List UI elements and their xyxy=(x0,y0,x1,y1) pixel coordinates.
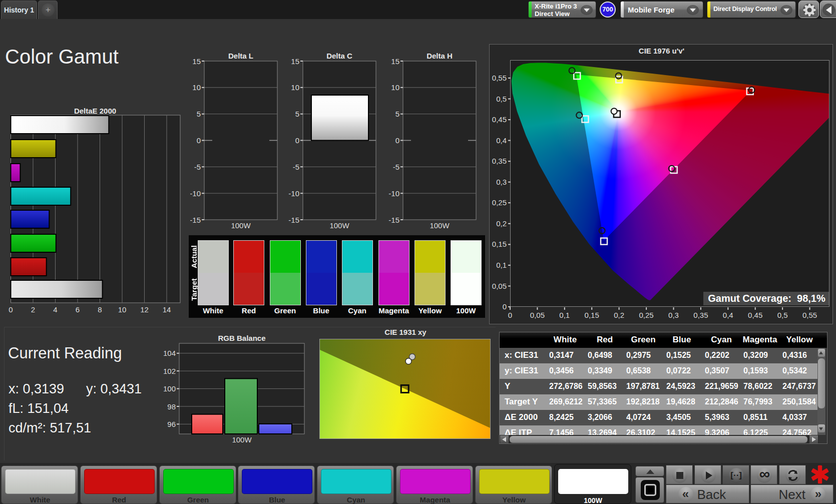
svg-text:0: 0 xyxy=(508,311,512,319)
svg-text:4: 4 xyxy=(53,305,57,314)
svg-text:-5: -5 xyxy=(293,163,299,171)
svg-text:0,15: 0,15 xyxy=(585,311,599,319)
svg-text:0,3: 0,3 xyxy=(668,311,679,319)
svg-text:0,15: 0,15 xyxy=(492,240,507,248)
svg-text:100W: 100W xyxy=(329,221,349,230)
svg-text:0,2: 0,2 xyxy=(614,311,624,319)
svg-text:0: 0 xyxy=(197,136,201,145)
svg-text:10: 10 xyxy=(192,83,201,92)
svg-text:6: 6 xyxy=(76,305,80,314)
svg-text:-5: -5 xyxy=(194,163,201,171)
svg-text:100: 100 xyxy=(163,384,176,393)
svg-text:14: 14 xyxy=(163,305,171,314)
svg-text:0,4: 0,4 xyxy=(496,136,507,145)
svg-text:10: 10 xyxy=(391,83,399,92)
svg-text:5: 5 xyxy=(197,110,201,118)
svg-text:96: 96 xyxy=(167,420,176,428)
svg-text:98: 98 xyxy=(167,402,176,411)
svg-text:-5: -5 xyxy=(393,163,399,171)
svg-text:15: 15 xyxy=(391,57,399,66)
svg-text:5: 5 xyxy=(295,110,299,118)
svg-text:15: 15 xyxy=(291,57,299,66)
svg-text:0: 0 xyxy=(295,136,299,145)
svg-text:0,35: 0,35 xyxy=(693,311,708,319)
svg-text:100W: 100W xyxy=(430,221,450,230)
svg-text:0: 0 xyxy=(503,302,507,311)
svg-text:0,1: 0,1 xyxy=(496,261,507,269)
svg-text:0,3: 0,3 xyxy=(496,178,507,186)
svg-text:-10: -10 xyxy=(190,189,201,198)
svg-text:102: 102 xyxy=(163,367,176,375)
svg-text:100W: 100W xyxy=(232,435,252,444)
svg-text:0,45: 0,45 xyxy=(492,115,507,124)
svg-text:0,45: 0,45 xyxy=(748,311,762,319)
svg-text:0,25: 0,25 xyxy=(639,311,653,319)
svg-text:0,55: 0,55 xyxy=(492,74,507,82)
svg-text:100W: 100W xyxy=(231,221,251,230)
svg-text:0,05: 0,05 xyxy=(530,311,545,319)
svg-text:0,1: 0,1 xyxy=(559,311,570,319)
svg-text:10: 10 xyxy=(118,305,127,314)
svg-text:10: 10 xyxy=(291,83,299,92)
svg-text:Delta C: Delta C xyxy=(326,52,352,60)
svg-text:0,5: 0,5 xyxy=(496,95,507,103)
svg-text:Delta L: Delta L xyxy=(228,52,253,60)
svg-text:0,55: 0,55 xyxy=(802,311,817,319)
svg-text:0,4: 0,4 xyxy=(723,311,733,319)
svg-text:-15: -15 xyxy=(388,216,399,224)
svg-text:RGB Balance: RGB Balance xyxy=(218,334,265,342)
svg-text:104: 104 xyxy=(163,349,176,357)
svg-text:-15: -15 xyxy=(190,216,201,224)
svg-text:-10: -10 xyxy=(288,189,299,198)
svg-text:12: 12 xyxy=(140,305,149,314)
svg-text:Delta H: Delta H xyxy=(427,52,453,60)
svg-text:DeltaE 2000: DeltaE 2000 xyxy=(74,107,116,115)
svg-text:8: 8 xyxy=(98,305,102,314)
svg-text:0: 0 xyxy=(9,305,13,314)
svg-text:0,25: 0,25 xyxy=(492,198,507,207)
svg-text:15: 15 xyxy=(192,57,201,66)
svg-text:0,05: 0,05 xyxy=(492,282,507,290)
svg-text:0,2: 0,2 xyxy=(496,219,507,228)
svg-text:0: 0 xyxy=(395,136,399,145)
svg-text:0,35: 0,35 xyxy=(492,157,507,165)
svg-text:-15: -15 xyxy=(288,216,299,224)
svg-text:2: 2 xyxy=(31,305,35,314)
svg-text:-10: -10 xyxy=(388,189,399,198)
svg-text:0,5: 0,5 xyxy=(777,311,788,319)
svg-text:5: 5 xyxy=(395,110,399,118)
